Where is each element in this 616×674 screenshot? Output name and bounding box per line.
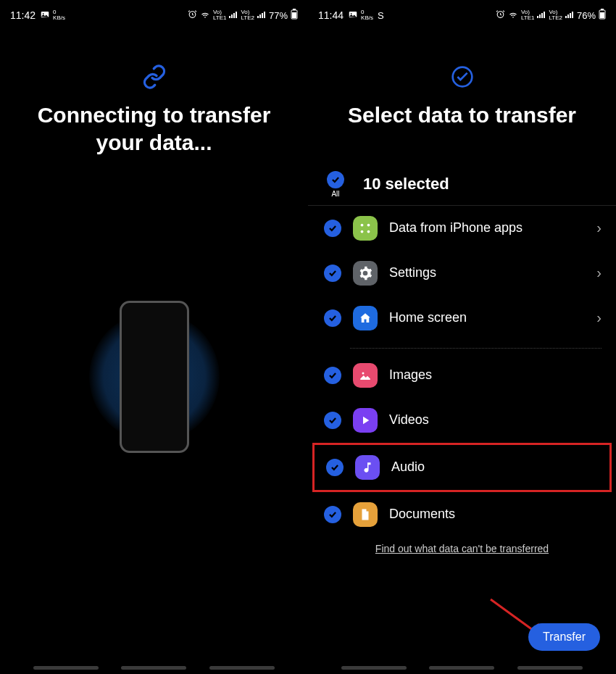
alarm-icon	[496, 9, 505, 21]
status-bar: 11:42 0 KB/s Vo)LTE1 Vo)LTE2 77%	[0, 0, 308, 26]
svg-rect-4	[231, 14, 233, 18]
home-icon	[353, 306, 378, 330]
chevron-right-icon: ›	[596, 220, 602, 236]
svg-rect-5	[233, 13, 235, 18]
item-documents[interactable]: Documents	[308, 492, 616, 537]
nav-home[interactable]	[429, 666, 494, 670]
svg-rect-21	[565, 16, 567, 18]
svg-rect-26	[601, 9, 604, 10]
selected-count: 10 selected	[363, 175, 449, 194]
checkbox[interactable]	[324, 506, 341, 523]
audio-highlight: Audio	[312, 443, 612, 492]
link-icon	[140, 62, 169, 91]
checkbox[interactable]	[326, 459, 344, 476]
item-images[interactable]: Images	[308, 353, 616, 398]
svg-rect-7	[257, 16, 259, 18]
svg-rect-8	[259, 14, 261, 18]
alarm-icon	[188, 9, 197, 21]
battery-icon	[291, 9, 298, 22]
signal2-icon	[565, 10, 574, 20]
svg-point-15	[351, 12, 352, 14]
page-title: Connecting to transfer your data...	[0, 101, 308, 156]
svg-rect-17	[537, 16, 538, 18]
item-label: Home screen	[389, 310, 585, 325]
svg-rect-10	[264, 12, 265, 18]
apps-icon	[353, 216, 378, 241]
svg-rect-20	[544, 12, 545, 18]
nav-bar	[308, 666, 616, 670]
svg-point-33	[362, 372, 365, 374]
svg-point-32	[367, 230, 370, 233]
item-audio[interactable]: Audio	[315, 445, 609, 490]
signal1-icon	[229, 10, 238, 20]
wifi-icon	[200, 10, 210, 21]
svg-rect-12	[293, 9, 296, 10]
status-time: 11:44	[318, 9, 344, 21]
checkbox[interactable]	[324, 265, 341, 282]
checkbox[interactable]	[324, 309, 341, 327]
item-settings[interactable]: Settings ›	[308, 251, 616, 296]
gear-icon	[353, 261, 378, 286]
chevron-right-icon: ›	[596, 265, 602, 281]
s-badge: S	[378, 10, 384, 21]
svg-rect-9	[262, 13, 263, 18]
svg-rect-27	[600, 12, 604, 18]
item-home-screen[interactable]: Home screen ›	[308, 296, 616, 341]
status-bar: 11:44 0 KB/s S Vo)LTE1 Vo)LTE2 76%	[308, 0, 616, 26]
battery-icon	[599, 9, 606, 22]
select-all-checkbox[interactable]	[327, 171, 344, 188]
svg-point-30	[367, 223, 370, 226]
svg-rect-23	[570, 13, 571, 18]
signal2-icon	[257, 10, 266, 20]
item-iphone-apps[interactable]: Data from iPhone apps ›	[308, 206, 616, 251]
svg-rect-13	[292, 12, 296, 18]
document-icon	[353, 502, 378, 527]
page-title: Select data to transfer	[308, 101, 616, 129]
divider	[350, 348, 602, 349]
signal1-icon	[537, 10, 546, 20]
image-icon	[40, 9, 50, 22]
nav-back[interactable]	[209, 666, 275, 670]
phone-illustration	[82, 297, 227, 457]
all-label: All	[331, 190, 339, 198]
image-icon	[348, 9, 358, 22]
play-icon	[353, 408, 378, 433]
select-all-row[interactable]: All 10 selected	[308, 162, 616, 206]
nav-home[interactable]	[121, 666, 186, 670]
svg-point-1	[43, 12, 44, 14]
battery-percent: 77%	[269, 10, 288, 21]
svg-rect-22	[567, 14, 569, 18]
item-label: Audio	[391, 459, 595, 475]
nav-back[interactable]	[517, 666, 583, 670]
transfer-button[interactable]: Transfer	[528, 623, 600, 651]
svg-rect-18	[539, 14, 541, 18]
item-label: Settings	[389, 265, 585, 280]
battery-percent: 76%	[577, 10, 596, 21]
checkbox[interactable]	[324, 412, 341, 429]
chevron-right-icon: ›	[596, 309, 602, 326]
data-item-list: Data from iPhone apps › Settings › Home …	[308, 206, 616, 537]
checkbox[interactable]	[324, 220, 341, 237]
svg-rect-19	[541, 13, 543, 18]
nav-recent[interactable]	[33, 666, 99, 670]
svg-rect-3	[229, 16, 230, 18]
music-icon	[355, 455, 380, 480]
check-circle-icon	[448, 62, 477, 91]
status-time: 11:42	[10, 9, 36, 21]
svg-rect-6	[236, 12, 237, 18]
find-out-link[interactable]: Find out what data can't be transferred	[308, 543, 616, 554]
nav-bar	[0, 666, 308, 670]
item-label: Videos	[389, 412, 602, 428]
wifi-icon	[508, 10, 518, 21]
nav-recent[interactable]	[341, 666, 407, 670]
svg-point-31	[361, 230, 364, 233]
right-screen: 11:44 0 KB/s S Vo)LTE1 Vo)LTE2 76%	[308, 0, 616, 674]
item-label: Documents	[389, 507, 602, 522]
checkbox[interactable]	[324, 367, 341, 384]
item-label: Images	[389, 367, 602, 383]
svg-rect-24	[572, 12, 573, 18]
left-screen: 11:42 0 KB/s Vo)LTE1 Vo)LTE2 77%	[0, 0, 308, 674]
images-icon	[353, 363, 378, 388]
item-label: Data from iPhone apps	[389, 220, 585, 236]
item-videos[interactable]: Videos	[308, 398, 616, 443]
